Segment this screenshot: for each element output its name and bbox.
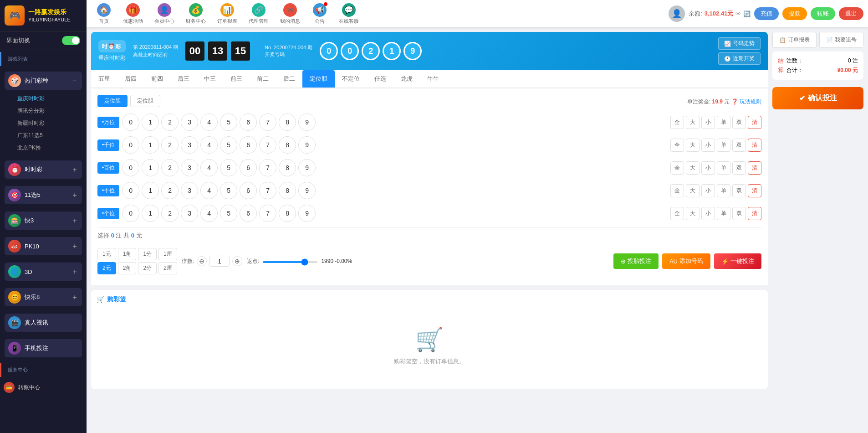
num-shiwei-2[interactable]: 2 (161, 182, 179, 199)
num-qianwei-8[interactable]: 8 (279, 136, 296, 154)
quick-all-shiwei[interactable]: 全 (670, 184, 684, 197)
tab-dingweidan[interactable]: 定位胆 (302, 70, 335, 88)
num-qianwei-6[interactable]: 6 (240, 136, 257, 154)
num-qianwei-9[interactable]: 9 (298, 136, 316, 154)
multiplier-input[interactable] (209, 256, 230, 267)
order-report-button[interactable]: 📋 订单报表 (772, 32, 817, 48)
num-baiwei-9[interactable]: 9 (298, 159, 316, 176)
sub-tab-2[interactable]: 定位胆 (130, 95, 160, 107)
quick-all-wanwei[interactable]: 全 (670, 116, 684, 129)
num-qianwei-2[interactable]: 2 (161, 136, 179, 154)
category-hot-header[interactable]: 🎲 热门彩种 － (5, 72, 82, 90)
num-gewei-2[interactable]: 2 (161, 205, 179, 222)
num-baiwei-3[interactable]: 3 (181, 159, 198, 176)
unit-2yuan[interactable]: 2元 (97, 262, 116, 274)
num-baiwei-0[interactable]: 0 (122, 159, 139, 176)
quick-even-shiwei[interactable]: 双 (732, 184, 746, 197)
quick-small-gewei[interactable]: 小 (701, 207, 715, 220)
return-slider[interactable] (263, 261, 317, 263)
quick-odd-gewei[interactable]: 单 (717, 207, 730, 220)
trend-button[interactable]: 📈 号码走势 (718, 37, 761, 50)
confirm-bet-button[interactable]: ✔ 确认投注 (772, 87, 863, 109)
transfer-button[interactable]: 转账 (811, 7, 835, 20)
subitem-tencent[interactable]: 腾讯分分彩 (14, 105, 82, 117)
nav-order[interactable]: 📊 订单报表 (213, 1, 242, 26)
rules-link[interactable]: 玩法规则 (740, 98, 761, 105)
num-baiwei-6[interactable]: 6 (240, 159, 257, 176)
unit-1li[interactable]: 1厘 (158, 248, 177, 260)
num-shiwei-7[interactable]: 7 (259, 182, 276, 199)
nav-agent[interactable]: 🔗 代理管理 (244, 1, 273, 26)
num-gewei-1[interactable]: 1 (142, 205, 159, 222)
quick-clear-wanwei[interactable]: 清 (748, 116, 761, 129)
num-wanwei-8[interactable]: 8 (279, 113, 296, 131)
num-baiwei-1[interactable]: 1 (142, 159, 159, 176)
num-wanwei-6[interactable]: 6 (240, 113, 257, 131)
subitem-chongqing[interactable]: 重庆时时彩 (14, 93, 82, 105)
unit-2li[interactable]: 2厘 (158, 262, 177, 274)
nav-notice[interactable]: 📢 公告 (307, 1, 332, 26)
num-gewei-0[interactable]: 0 (122, 205, 139, 222)
num-baiwei-4[interactable]: 4 (200, 159, 218, 176)
num-shiwei-9[interactable]: 9 (298, 182, 316, 199)
num-baiwei-2[interactable]: 2 (161, 159, 179, 176)
category-pk10-header[interactable]: 🏎 PK10 ＋ (5, 237, 82, 255)
recharge-button[interactable]: 充值 (754, 7, 779, 20)
notify-button[interactable]: 📄 我要追号 (819, 32, 863, 48)
add-number-button[interactable]: AU 添加号码 (662, 253, 710, 269)
tab-qianer[interactable]: 前二 (250, 70, 276, 88)
num-wanwei-7[interactable]: 7 (259, 113, 276, 131)
unit-1jiao[interactable]: 1角 (118, 248, 137, 260)
category-phone-header[interactable]: 📱 手机投注 (5, 339, 82, 357)
num-wanwei-9[interactable]: 9 (298, 113, 316, 131)
category-sx11-header[interactable]: 🎯 11选5 ＋ (5, 186, 82, 204)
multiplier-increase[interactable]: ⊕ (232, 256, 242, 266)
nav-member[interactable]: 👤 会员中心 (150, 1, 179, 26)
quick-odd-shiwei[interactable]: 单 (717, 184, 730, 197)
num-baiwei-5[interactable]: 5 (220, 159, 237, 176)
subitem-beijing[interactable]: 北京PK拾 (14, 142, 82, 154)
num-wanwei-3[interactable]: 3 (181, 113, 198, 131)
num-gewei-8[interactable]: 8 (279, 205, 296, 222)
num-shiwei-6[interactable]: 6 (240, 182, 257, 199)
num-gewei-3[interactable]: 3 (181, 205, 198, 222)
num-gewei-4[interactable]: 4 (200, 205, 218, 222)
logout-button[interactable]: 退出 (839, 7, 863, 20)
tab-renxuan[interactable]: 任选 (367, 70, 393, 88)
tab-houer[interactable]: 后二 (276, 70, 302, 88)
quick-small-baiwei[interactable]: 小 (701, 161, 715, 175)
subitem-xinjiang[interactable]: 新疆时时彩 (14, 117, 82, 129)
tab-wuxing[interactable]: 五星 (91, 70, 117, 88)
quick-small-wanwei[interactable]: 小 (701, 116, 715, 129)
quick-clear-gewei[interactable]: 清 (748, 207, 761, 220)
tab-zhongsan[interactable]: 中三 (197, 70, 223, 88)
nav-service[interactable]: 💬 在线客服 (334, 1, 363, 26)
num-wanwei-1[interactable]: 1 (142, 113, 159, 131)
tab-niuniu[interactable]: 牛牛 (420, 70, 446, 88)
num-baiwei-8[interactable]: 8 (279, 159, 296, 176)
unit-2fen[interactable]: 2分 (138, 262, 157, 274)
quick-even-gewei[interactable]: 双 (732, 207, 746, 220)
num-gewei-6[interactable]: 6 (240, 205, 257, 222)
num-qianwei-0[interactable]: 0 (122, 136, 139, 154)
unit-2jiao[interactable]: 2角 (118, 262, 137, 274)
interface-switch-toggle[interactable] (62, 36, 80, 45)
one-click-button[interactable]: ⚡ 一键投注 (714, 253, 761, 269)
unit-1fen[interactable]: 1分 (138, 248, 157, 260)
quick-odd-baiwei[interactable]: 单 (717, 161, 730, 175)
num-baiwei-7[interactable]: 7 (259, 159, 276, 176)
nav-promo[interactable]: 🎁 优惠活动 (118, 1, 148, 26)
tab-longhu[interactable]: 龙虎 (393, 70, 420, 88)
quick-all-qianwei[interactable]: 全 (670, 139, 684, 152)
quick-odd-qianwei[interactable]: 单 (717, 139, 730, 152)
category-live-header[interactable]: 🎬 真人视讯 (5, 314, 82, 332)
num-shiwei-3[interactable]: 3 (181, 182, 198, 199)
nav-finance[interactable]: 💰 财务中心 (181, 1, 210, 26)
quick-clear-shiwei[interactable]: 清 (748, 184, 761, 197)
quick-big-wanwei[interactable]: 大 (686, 116, 700, 129)
tab-hosi[interactable]: 后四 (117, 70, 144, 88)
num-qianwei-3[interactable]: 3 (181, 136, 198, 154)
quick-even-wanwei[interactable]: 双 (732, 116, 746, 129)
multiplier-decrease[interactable]: ⊖ (197, 256, 207, 266)
nav-home[interactable]: 🏠 首页 (91, 1, 116, 26)
